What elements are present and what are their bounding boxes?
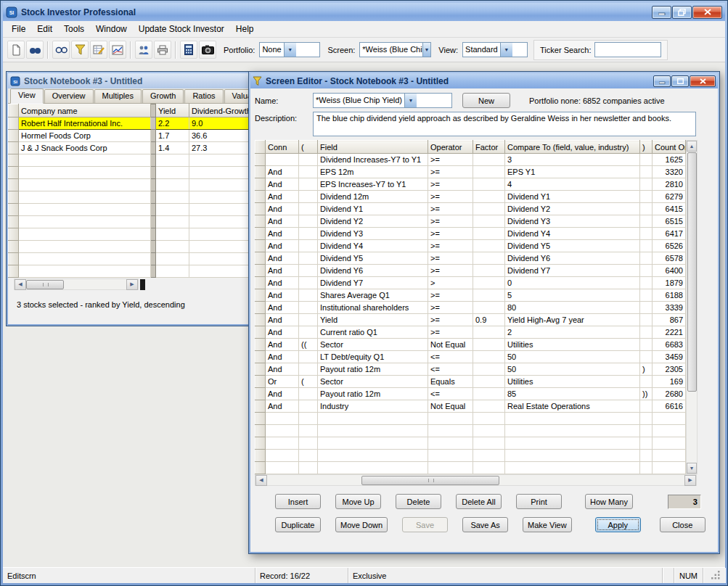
new-button[interactable]: New [462,93,510,108]
criteria-row[interactable]: And Institutional shareholders >= 80 333… [255,302,686,314]
column-field[interactable]: Field [318,141,428,154]
minimize-button[interactable] [653,75,671,87]
screen-select[interactable]: *Weiss (Blue Chip Yield) ▼ [359,42,431,57]
notebook-hscrollbar[interactable]: ◀ ▶ [14,278,139,290]
resize-grip-icon[interactable] [711,571,721,580]
criteria-row[interactable]: And Shares Average Q1 >= 5 6188 [255,289,686,302]
editor-button[interactable]: Insert [275,494,321,509]
pane-splitter[interactable] [151,104,156,117]
column-count-on[interactable]: Count On [653,141,686,154]
criteria-row[interactable]: And (( Sector Not Equal Utilities 6683 [255,339,686,351]
criteria-row[interactable]: And Dividend Y6 >= Dividend Y7 6400 [255,265,686,277]
criteria-row[interactable]: And Dividend Y1 >= Dividend Y2 6415 [255,203,686,215]
editor-button[interactable]: Delete [396,494,441,509]
custom-views-button[interactable] [90,41,107,59]
overview-button[interactable] [52,41,70,59]
editor-button[interactable]: Duplicate [275,517,321,532]
scroll-thumb[interactable] [361,476,499,485]
scroll-right-icon[interactable]: ▶ [684,475,696,486]
criteria-row[interactable]: And Dividend Y2 >= Dividend Y3 6515 [255,215,686,228]
criteria-row[interactable]: And EPS Increases-Y7 to Y1 >= 4 2810 [255,178,686,191]
column-factor[interactable]: Factor [473,141,505,154]
charts-button[interactable] [109,41,126,59]
criteria-row[interactable]: And EPS 12m >= EPS Y1 3320 [255,166,686,178]
scroll-left-icon[interactable]: ◀ [255,475,267,486]
ticker-search-input[interactable] [594,42,661,57]
column-company-name[interactable]: Company name [19,104,151,117]
menu-item[interactable]: Edit [31,22,58,36]
column-compare-to[interactable]: Compare To (field, value, industry) [505,141,640,154]
menu-item[interactable]: Help [230,22,260,36]
criteria-row[interactable]: And Payout ratio 12m <= 85 )) 2680 [255,388,686,400]
criteria-vscrollbar[interactable]: ▲ ▼ [686,140,698,474]
menu-item[interactable]: Window [90,22,133,36]
minimize-button[interactable] [652,6,671,19]
restore-button[interactable] [672,6,692,19]
snapshot-button[interactable] [199,41,216,59]
criteria-row[interactable]: And Yield >= 0.9 Yield High-Avg 7 year 8… [255,314,686,326]
scroll-thumb[interactable] [26,280,64,289]
screen-name-select[interactable]: *Weiss (Blue Chip Yield) ▼ [313,93,452,108]
editor-button[interactable]: Save [402,517,448,532]
close-button[interactable] [692,6,722,19]
scroll-thumb[interactable] [687,152,697,392]
criteria-row[interactable]: And Dividend 12m >= Dividend Y1 6279 [255,191,686,203]
operator-cell: Not Equal [428,400,473,413]
chevron-down-icon: ▼ [422,43,431,57]
criteria-row[interactable]: And Dividend Y7 > 0 1879 [255,277,686,289]
find-ticker-button[interactable] [26,41,44,59]
editor-button[interactable]: Save As [462,517,508,532]
ticker-search-label: Ticker Search: [540,46,592,54]
editor-button[interactable]: How Many [585,494,633,509]
scroll-down-icon[interactable]: ▼ [687,463,697,474]
notebook-tab[interactable]: Growth [142,89,184,103]
criteria-row[interactable]: And Industry Not Equal Real Estate Opera… [255,400,686,413]
portfolio-manager-button[interactable] [135,41,152,59]
menu-item[interactable]: File [6,22,31,36]
scroll-left-icon[interactable]: ◀ [15,279,26,290]
column-operator[interactable]: Operator [428,141,473,154]
conn-cell: And [266,289,299,302]
column-close-paren[interactable]: ) [640,141,653,154]
editor-button[interactable]: Apply [595,517,641,532]
notebook-tab[interactable]: Ratios [184,89,223,103]
notebook-tab[interactable]: Multiples [94,89,142,103]
editor-button[interactable]: Print [516,494,562,509]
notebook-tab[interactable]: View [10,88,44,104]
operator-cell: >= [428,240,473,252]
editor-button[interactable]: Make View [523,517,572,532]
portfolio-select[interactable]: None ▼ [259,42,320,57]
scroll-up-icon[interactable]: ▲ [687,141,697,152]
criteria-hscrollbar[interactable]: ◀ ▶ [255,474,697,486]
maximize-button[interactable] [671,75,689,87]
criteria-row[interactable]: Dividend Increases-Y7 to Y1 >= 3 1625 [255,154,686,166]
menu-item[interactable]: Tools [58,22,90,36]
criteria-row[interactable]: And Dividend Y4 >= Dividend Y5 6526 [255,240,686,252]
criteria-row[interactable]: And Payout ratio 12m <= 50 ) 2305 [255,363,686,376]
description-field[interactable]: The blue chip dividend yield approach as… [313,112,696,136]
criteria-row[interactable]: And LT Debt/equity Q1 <= 50 3459 [255,351,686,363]
notebook-tab[interactable]: Overview [44,89,94,103]
scroll-right-icon[interactable]: ▶ [126,279,138,290]
column-open-paren[interactable]: ( [299,141,318,154]
splitter-handle[interactable] [140,279,145,290]
criteria-row[interactable]: And Current ratio Q1 >= 2 2221 [255,326,686,339]
calculator-button[interactable] [180,41,197,59]
criteria-row[interactable]: And Dividend Y3 >= Dividend Y4 6417 [255,228,686,240]
menu-item[interactable]: Update Stock Investor [133,22,230,36]
print-button[interactable] [154,41,171,59]
editor-button[interactable]: Close [660,517,705,532]
editor-button[interactable]: Delete All [456,494,502,509]
criteria-row[interactable]: Or ( Sector Equals Utilities 169 [255,376,686,388]
editor-button[interactable]: Move Down [335,517,388,532]
column-yield[interactable]: Yield [156,104,189,117]
screen-editor-button[interactable] [71,41,89,59]
minimize-icon [658,9,666,15]
view-select[interactable]: Standard ▼ [462,42,528,57]
column-conn[interactable]: Conn [266,141,299,154]
new-notebook-button[interactable] [7,41,25,59]
editor-button[interactable]: Move Up [335,494,381,509]
close-button[interactable] [690,75,716,87]
operator-cell: >= [428,326,473,339]
criteria-row[interactable]: And Dividend Y5 >= Dividend Y6 6578 [255,252,686,265]
